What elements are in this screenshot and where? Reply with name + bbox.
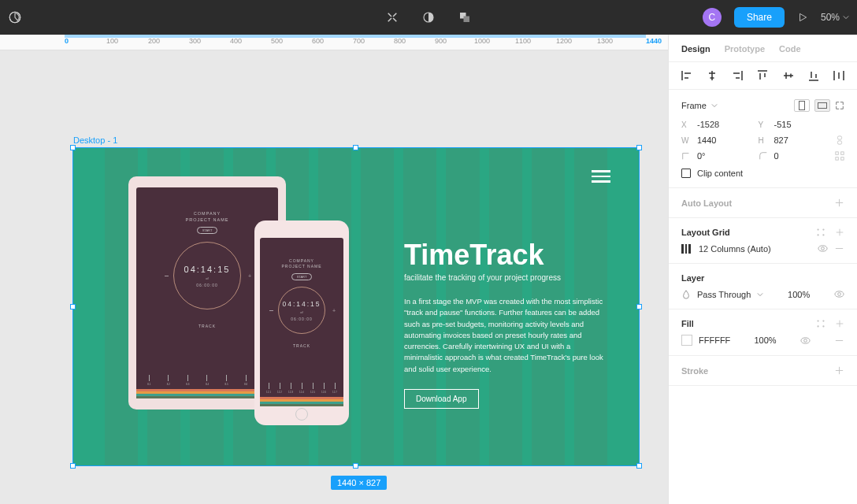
hamburger-menu-icon[interactable] <box>592 170 610 183</box>
svg-rect-7 <box>464 17 470 23</box>
h-input[interactable]: 827 <box>774 135 788 145</box>
svg-rect-14 <box>836 158 838 160</box>
move-tool-icon[interactable] <box>385 10 399 24</box>
svg-rect-9 <box>818 103 827 109</box>
grid-styles-icon[interactable] <box>816 228 825 237</box>
align-vcenter-icon[interactable] <box>783 70 794 81</box>
svg-point-23 <box>838 293 841 296</box>
resize-handle[interactable] <box>636 304 642 309</box>
rotation-icon <box>681 151 691 161</box>
columns-icon[interactable] <box>681 244 692 254</box>
fill-label: Fill <box>681 319 694 328</box>
layer-visibility-icon[interactable] <box>834 289 844 299</box>
download-button[interactable]: Download App <box>404 389 479 409</box>
tab-code[interactable]: Code <box>779 44 801 61</box>
user-avatar[interactable]: C <box>703 8 722 27</box>
chevron-down-icon <box>711 102 718 109</box>
svg-rect-10 <box>837 136 841 139</box>
shape-tool-icon[interactable] <box>458 10 472 24</box>
y-input[interactable]: -515 <box>774 120 792 129</box>
share-button[interactable]: Share <box>734 7 785 28</box>
fill-swatch[interactable] <box>681 335 692 346</box>
svg-point-19 <box>822 234 824 235</box>
blend-mode-dropdown[interactable]: Pass Through <box>681 290 763 299</box>
phone-mockup: COMPANY PROJECT NAME START 04:14:15 of 0… <box>254 220 349 425</box>
svg-rect-4 <box>393 18 397 22</box>
svg-rect-11 <box>837 141 841 144</box>
resize-handle[interactable] <box>353 463 358 469</box>
chevron-down-icon <box>757 291 763 298</box>
fill-visibility-icon[interactable] <box>800 335 811 346</box>
x-input[interactable]: -1528 <box>697 120 719 129</box>
remove-grid-icon[interactable] <box>834 243 844 254</box>
rotation-input[interactable]: 0° <box>697 151 706 161</box>
svg-rect-12 <box>836 152 838 154</box>
ruler-origin: 0 <box>65 37 69 45</box>
svg-point-16 <box>817 228 818 230</box>
stroke-label: Stroke <box>681 366 708 376</box>
align-top-icon[interactable] <box>757 70 768 81</box>
fill-styles-icon[interactable] <box>816 319 825 328</box>
resize-to-fit-icon[interactable] <box>835 101 844 110</box>
resize-handle[interactable] <box>70 145 76 150</box>
fill-hex-input[interactable]: FFFFFF <box>699 335 730 345</box>
grid-value[interactable]: 12 Columns (Auto) <box>699 244 811 254</box>
svg-point-24 <box>817 320 818 321</box>
resize-handle[interactable] <box>353 145 358 150</box>
hero-content: TimeTrack facilitate the tracking of you… <box>404 239 607 409</box>
frame-label[interactable]: Desktop - 1 <box>73 135 117 145</box>
align-controls <box>669 61 857 90</box>
tab-prototype[interactable]: Prototype <box>725 44 765 61</box>
ruler-end: 1440 <box>646 37 662 45</box>
orientation-landscape-icon[interactable] <box>814 99 830 112</box>
layer-opacity-input[interactable]: 100% <box>788 290 810 299</box>
auto-layout-label: Auto Layout <box>681 198 732 208</box>
svg-point-25 <box>822 320 824 321</box>
layout-grid-label: Layout Grid <box>681 228 730 237</box>
frame-tool-icon[interactable] <box>421 10 436 24</box>
distribute-icon[interactable] <box>833 70 844 81</box>
svg-point-21 <box>822 247 825 250</box>
chevron-down-icon <box>843 14 849 20</box>
add-fill-icon[interactable] <box>835 319 844 328</box>
clip-content-checkbox[interactable]: Clip content <box>681 169 844 178</box>
orientation-portrait-icon[interactable] <box>794 99 810 112</box>
grid-visibility-icon[interactable] <box>818 243 828 254</box>
align-right-icon[interactable] <box>732 70 743 81</box>
svg-point-27 <box>822 325 824 327</box>
layer-label: Layer <box>681 273 704 283</box>
svg-point-17 <box>822 228 824 230</box>
menu-icon[interactable] <box>8 10 22 24</box>
canvas[interactable]: 0 100 200 300 400 500 600 700 800 900 10… <box>0 35 668 504</box>
add-stroke-icon[interactable] <box>834 365 844 376</box>
selected-frame[interactable]: COMPANY PROJECT NAME START 04:14:15 of 0… <box>72 147 640 466</box>
zoom-value: 50% <box>821 12 840 23</box>
frame-type-dropdown[interactable]: Frame <box>681 101 718 110</box>
present-icon[interactable] <box>797 12 808 23</box>
constrain-proportions-icon[interactable] <box>835 135 844 145</box>
align-bottom-icon[interactable] <box>808 70 819 81</box>
tab-design[interactable]: Design <box>681 44 710 61</box>
resize-handle[interactable] <box>636 145 642 150</box>
hero-sub: facilitate the tracking of your project … <box>404 273 607 282</box>
blend-mode-icon <box>681 290 691 299</box>
hero-title: TimeTrack <box>404 239 607 272</box>
align-left-icon[interactable] <box>681 70 692 81</box>
resize-handle[interactable] <box>636 463 642 469</box>
independent-corners-icon[interactable] <box>835 151 844 161</box>
corner-input[interactable]: 0 <box>774 151 779 161</box>
zoom-dropdown[interactable]: 50% <box>821 12 849 23</box>
add-auto-layout-icon[interactable] <box>834 198 844 208</box>
fill-opacity-input[interactable]: 100% <box>755 335 777 345</box>
resize-handle[interactable] <box>70 463 76 469</box>
align-hcenter-icon[interactable] <box>707 70 718 81</box>
add-grid-icon[interactable] <box>835 228 844 237</box>
svg-rect-2 <box>388 18 391 22</box>
remove-fill-icon[interactable] <box>834 335 844 346</box>
svg-point-22 <box>835 291 844 297</box>
resize-handle[interactable] <box>70 304 76 309</box>
svg-point-29 <box>803 339 807 342</box>
inspector-panel: Design Prototype Code Frame <box>668 35 857 504</box>
selection-size-badge: 1440 × 827 <box>331 476 387 490</box>
w-input[interactable]: 1440 <box>697 135 716 145</box>
